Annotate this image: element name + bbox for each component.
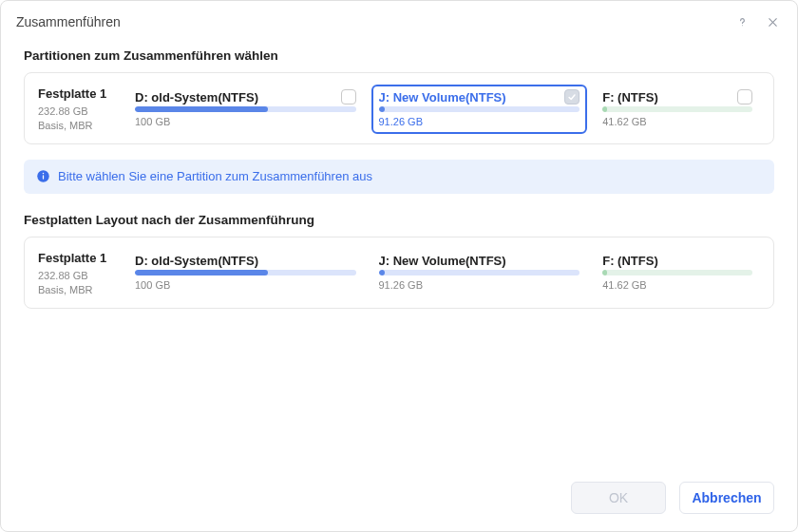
partition-size: 41.62 GB <box>602 116 752 127</box>
usage-bar-fill <box>379 106 385 112</box>
partition-item: D: old-System(NTFS)100 GB <box>127 249 364 298</box>
usage-bar-fill <box>602 270 607 276</box>
select-section-title: Partitionen zum Zusammenführen wählen <box>24 48 774 63</box>
partition-list-select: D: old-System(NTFS)100 GBJ: New Volume(N… <box>127 85 760 134</box>
partition-size: 100 GB <box>135 116 356 127</box>
partition-list-layout: D: old-System(NTFS)100 GBJ: New Volume(N… <box>127 249 760 298</box>
layout-section-title: Festplatten Layout nach der Zusammenführ… <box>24 213 774 227</box>
partition-size: 100 GB <box>135 279 356 291</box>
partition-checkbox[interactable] <box>564 89 580 104</box>
disk-card-select: Festplatte 1 232.88 GB Basis, MBR D: old… <box>24 72 774 144</box>
usage-bar <box>379 270 580 276</box>
partition-header: F: (NTFS) <box>602 254 752 268</box>
info-banner: Bitte wählen Sie eine Partition zum Zusa… <box>24 160 774 194</box>
usage-bar-fill <box>135 270 268 276</box>
partition-size: 91.26 GB <box>379 279 580 291</box>
partition-item: F: (NTFS)41.62 GB <box>595 249 760 298</box>
info-banner-text: Bitte wählen Sie eine Partition zum Zusa… <box>58 169 372 183</box>
disk-name: Festplatte 1 <box>38 86 127 101</box>
svg-point-0 <box>742 25 743 26</box>
svg-rect-4 <box>42 176 43 180</box>
partition-checkbox[interactable] <box>737 89 752 104</box>
partition-item: J: New Volume(NTFS)91.26 GB <box>371 249 588 298</box>
disk-name: Festplatte 1 <box>38 251 127 265</box>
partition-item[interactable]: F: (NTFS)41.62 GB <box>595 85 760 134</box>
partition-label: J: New Volume(NTFS) <box>379 90 560 104</box>
window-title: Zusammenführen <box>16 14 721 29</box>
dialog-footer: OK Abbrechen <box>1 468 797 531</box>
usage-bar-fill <box>602 106 607 112</box>
dialog-window: Zusammenführen Partitionen zum Zusammenf… <box>0 0 798 532</box>
help-icon[interactable] <box>732 12 751 31</box>
ok-button[interactable]: OK <box>571 482 666 514</box>
partition-header: J: New Volume(NTFS) <box>379 89 580 104</box>
disk-size: 232.88 GB <box>38 269 127 283</box>
usage-bar-fill <box>379 270 385 276</box>
partition-header: D: old-System(NTFS) <box>135 254 356 268</box>
partition-size: 91.26 GB <box>379 116 580 127</box>
usage-bar <box>135 106 356 112</box>
dialog-content: Partitionen zum Zusammenführen wählen Fe… <box>1 41 797 468</box>
disk-scheme: Basis, MBR <box>38 283 127 297</box>
info-icon <box>35 169 50 184</box>
partition-label: F: (NTFS) <box>602 90 732 104</box>
disk-info: Festplatte 1 232.88 GB Basis, MBR <box>38 85 127 134</box>
disk-scheme: Basis, MBR <box>38 119 127 133</box>
disk-info: Festplatte 1 232.88 GB Basis, MBR <box>38 249 127 298</box>
disk-card-layout: Festplatte 1 232.88 GB Basis, MBR D: old… <box>24 237 774 309</box>
partition-checkbox[interactable] <box>341 89 356 104</box>
partition-label: D: old-System(NTFS) <box>135 90 335 104</box>
partition-label: F: (NTFS) <box>602 254 752 268</box>
partition-label: J: New Volume(NTFS) <box>379 254 580 268</box>
svg-point-5 <box>42 173 44 175</box>
usage-bar <box>602 106 752 112</box>
partition-header: F: (NTFS) <box>602 89 752 104</box>
partition-item[interactable]: D: old-System(NTFS)100 GB <box>127 85 364 134</box>
partition-size: 41.62 GB <box>602 279 752 291</box>
usage-bar-fill <box>135 106 268 112</box>
disk-size: 232.88 GB <box>38 104 127 119</box>
partition-header: J: New Volume(NTFS) <box>379 254 580 268</box>
titlebar: Zusammenführen <box>1 1 797 41</box>
close-icon[interactable] <box>763 12 782 31</box>
partition-label: D: old-System(NTFS) <box>135 254 356 268</box>
usage-bar <box>379 106 580 112</box>
cancel-button[interactable]: Abbrechen <box>679 482 774 514</box>
partition-header: D: old-System(NTFS) <box>135 89 356 104</box>
usage-bar <box>135 270 356 276</box>
usage-bar <box>602 270 752 276</box>
partition-item[interactable]: J: New Volume(NTFS)91.26 GB <box>371 85 588 134</box>
